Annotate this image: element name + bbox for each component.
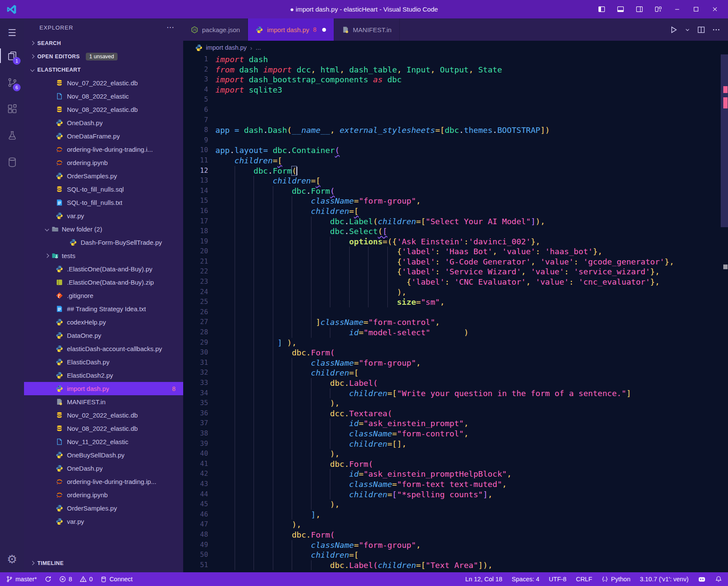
tree-item[interactable]: OneDash.py (24, 462, 183, 475)
tree-item[interactable]: .gitignore (24, 289, 183, 302)
maximize-button[interactable] (692, 6, 700, 13)
code-line-content: children=[ (215, 176, 728, 186)
code-line: 23{'label': 'CNC Evaluator', 'value': 'c… (183, 277, 728, 287)
tree-item[interactable]: codexHelp.py (24, 316, 183, 329)
token: children (235, 156, 273, 165)
tree-item[interactable]: var.py (24, 209, 183, 222)
tree-item[interactable]: elasticDash-account-callbacks.py (24, 342, 183, 355)
scrollbar-thumb[interactable] (721, 54, 728, 227)
sidebar-section-open-editors[interactable]: OPEN EDITORS1 unsaved (24, 50, 183, 63)
status-warnings[interactable]: 0 (80, 576, 93, 583)
run-button[interactable] (670, 26, 678, 34)
run-dropdown[interactable] (685, 27, 690, 33)
status-indentation[interactable]: Spaces: 4 (512, 576, 540, 583)
code-line: 18dbc.Select([ (183, 226, 728, 237)
breadcrumb-symbol[interactable]: ... (256, 44, 261, 51)
tree-item[interactable]: .ElasticOne(Data-and-Buy).py (24, 262, 183, 276)
tree-item[interactable]: ElasticDash2.py (24, 369, 183, 382)
tree-item[interactable]: ordering-live-during-trading.i... (24, 143, 183, 156)
indent-guide (235, 449, 235, 459)
file-name: Nov_11_2022_elastic (67, 438, 128, 445)
layout-sidebar-button[interactable] (598, 6, 605, 13)
indent-guide (254, 469, 254, 479)
status-copilot[interactable] (698, 575, 706, 583)
tree-item[interactable]: Nov_08_2022_elastic.db (24, 103, 183, 116)
tree-item[interactable]: ordering.ipynb (24, 488, 183, 502)
sidebar-section-search[interactable]: SEARCH (24, 36, 183, 50)
tree-item[interactable]: var.py (24, 515, 183, 528)
split-editor-button[interactable] (697, 26, 705, 34)
line-number: 8 (183, 125, 215, 135)
tree-folder[interactable]: New folder (2) (24, 222, 183, 236)
tree-item[interactable]: SQL-to_fill_nulls.txt (24, 196, 183, 209)
token: ), (292, 520, 301, 529)
split-editor-icon (697, 26, 705, 34)
status-python-interpreter[interactable]: 3.10.7 ('v1': venv) (640, 576, 689, 583)
activity-bar-item-extensions[interactable] (0, 96, 24, 122)
tree-item[interactable]: ElasticDash.py (24, 355, 183, 369)
layout-grid-button[interactable] (654, 6, 662, 13)
activity-bar-item-database[interactable] (0, 149, 24, 175)
tree-item[interactable]: OneBuySellDash.py (24, 448, 183, 462)
close-button[interactable] (711, 6, 719, 13)
activity-bar-item-testing[interactable] (0, 122, 24, 149)
token: 'G-Code Generator' (445, 257, 531, 266)
token: app (215, 146, 230, 155)
tree-item[interactable]: OrderSamples.py (24, 502, 183, 515)
tree-item[interactable]: Nov_02_2022_elastic.db (24, 409, 183, 422)
hamburger-menu-icon[interactable]: ☰ (8, 24, 16, 42)
status-cursor-position[interactable]: Ln 12, Col 18 (465, 576, 502, 583)
code-line: 28id="model-select" ) (183, 328, 728, 338)
activity-bar-item-source-control[interactable]: 6 (0, 69, 24, 96)
tree-item[interactable]: Nov_11_2022_elastic (24, 435, 183, 448)
line-number: 20 (183, 246, 215, 257)
indent-guide (235, 388, 235, 399)
code-editor[interactable]: 1import dash2from dash import dcc, html,… (183, 54, 728, 572)
tree-item[interactable]: MANIFEST.in (24, 395, 183, 409)
indent-guide (311, 378, 311, 388)
tree-item[interactable]: ordering.ipynb (24, 156, 183, 169)
tree-item[interactable]: Nov_08_2022_elastic.db (24, 422, 183, 435)
tree-item[interactable]: ordering-live-during-trading.ip... (24, 475, 183, 488)
database-icon (6, 156, 18, 168)
layout-panel-button[interactable] (616, 6, 624, 13)
token: = (354, 541, 359, 550)
explorer-more-actions[interactable]: ⋯ (166, 23, 175, 32)
tree-item[interactable]: ## Trading Strategy Idea.txt (24, 302, 183, 316)
tree-item[interactable]: OneDataFrame.py (24, 129, 183, 143)
status-eol[interactable]: CRLF (576, 576, 592, 583)
status-connect[interactable]: Connect (100, 576, 133, 583)
editor-scrollbar[interactable] (721, 54, 728, 572)
more-actions-button[interactable] (712, 26, 720, 34)
breadcrumb[interactable]: import dash.py › ... (183, 41, 728, 54)
tree-item[interactable]: Dash-Form-BuySellTrade.py (24, 236, 183, 249)
minimize-button[interactable] (673, 6, 681, 13)
tree-item[interactable]: SQL-to_fill_nulls.sql (24, 183, 183, 196)
status-notifications[interactable] (715, 576, 722, 583)
tree-item[interactable]: import dash.py8 (24, 382, 183, 395)
tab-package-json[interactable]: JSpackage.json (183, 18, 248, 41)
activity-bar-item-explorer[interactable]: 1 (0, 42, 24, 69)
breadcrumb-file[interactable]: import dash.py (206, 44, 247, 51)
token: dbc (273, 146, 287, 155)
status-language-mode[interactable]: Python (601, 576, 630, 583)
tree-item[interactable]: Nov_07_2022_elastic.db (24, 76, 183, 90)
indent-guide (292, 216, 292, 227)
gear-icon[interactable]: ⚙ (7, 553, 17, 566)
tree-item[interactable]: DataOne.py (24, 329, 183, 342)
tree-item[interactable]: .ElasticOne(Data-and-Buy).zip (24, 276, 183, 289)
status-git-branch[interactable]: master* (6, 576, 37, 583)
status-errors[interactable]: 8 (59, 576, 72, 583)
status-sync[interactable] (45, 576, 51, 583)
sidebar-section-elasticheart[interactable]: ELASTICHEART (24, 63, 183, 76)
tree-item[interactable]: OneDash.py (24, 116, 183, 129)
tab-manifest-in[interactable]: MANIFEST.in (334, 18, 400, 41)
tree-item[interactable]: OrderSamples.py (24, 169, 183, 183)
tab-import-dash-py[interactable]: import dash.py8 (248, 18, 334, 41)
sidebar-section-timeline[interactable]: TIMELINE (24, 556, 183, 570)
status-encoding[interactable]: UTF-8 (549, 576, 566, 583)
layout-sidebar-right-button[interactable] (635, 6, 643, 13)
tree-item[interactable]: Nov_08_2022_elastic (24, 90, 183, 103)
tree-folder[interactable]: tests (24, 249, 183, 262)
code-line-content (215, 115, 728, 126)
